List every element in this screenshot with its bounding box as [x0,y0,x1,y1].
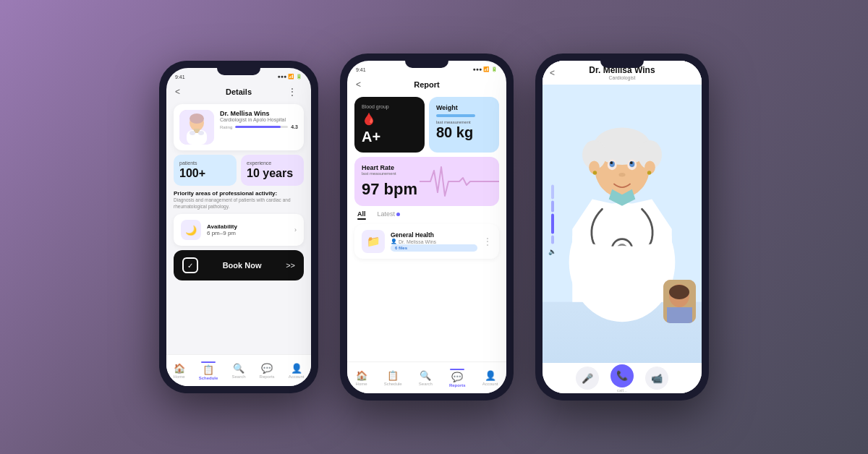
call-label: call... [617,388,627,393]
report-title: Report [370,80,483,89]
experience-label: experience [247,160,298,166]
svg-point-6 [198,131,204,135]
blood-group-card: Blood group 🩸 A+ [354,97,425,153]
patient-mini-video [663,280,696,323]
priority-section: Priority areas of professional activity:… [174,190,304,210]
weight-value: 80 kg [436,124,492,141]
heart-rate-card: Heart Rate last measurement 97 bpm [354,157,499,206]
nav-schedule-1[interactable]: 📋 Schedule [199,361,218,380]
rating-label: Rating [220,125,232,129]
availability-card[interactable]: 🌙 Availability 6 pm–9 pm › [174,214,304,246]
report-content: Blood group 🩸 A+ Weight last measurement… [347,93,506,361]
stats-row: patients 100+ experience 10 years [174,155,304,186]
doctor-spec: Cardiologist in Apolo Hospital [220,117,298,122]
phone-notch-2 [405,61,448,68]
doctor-info: Dr. Mellisa Wins Cardiologist in Apolo H… [220,110,298,129]
report-header: < Report [347,77,506,93]
patients-stat: patients 100+ [174,155,237,186]
health-metrics-grid: Blood group 🩸 A+ Weight last measurement… [354,97,499,206]
rating-bar [235,126,288,128]
volume-control[interactable]: 🔈 [548,185,556,255]
page-title: Details [190,87,288,96]
report-back-icon[interactable]: < [356,80,370,90]
call-back-icon[interactable]: < [550,68,564,78]
weight-card: Weight last measurement 80 kg [429,97,499,153]
phone-report: 9:41 ●●● 📶 🔋 < Report Blood group 🩸 A+ [340,53,514,401]
availability-arrow: › [294,226,297,234]
availability-icon: 🌙 [181,220,201,240]
check-icon: ✓ [182,257,198,273]
phone-notch-3 [600,61,644,68]
weight-title: Weight [436,104,492,111]
nav-search-1[interactable]: 🔍 Search [231,363,245,379]
svg-point-19 [630,161,633,164]
mic-control-wrap: 🎤 [576,367,599,390]
svg-rect-30 [667,307,692,323]
phone-video-call: 9:41 ●●● 📶 🔋 < Dr. Mellisa Wins Cardiolo… [535,53,709,401]
blood-group-label: Blood group [362,104,417,109]
svg-point-18 [610,161,613,164]
patient-photo [663,280,696,323]
avatar [179,110,214,145]
book-label: Book Now [198,261,286,270]
doctor-card: Dr. Mellisa Wins Cardiologist in Apolo H… [174,104,304,150]
details-header: < Details ⋮ [166,84,311,100]
details-content: Dr. Mellisa Wins Cardiologist in Apolo H… [166,100,311,354]
tab-all[interactable]: All [357,210,366,220]
nav-reports-2[interactable]: 💬 Reports [449,369,466,387]
call-button[interactable]: 📞 [610,364,634,387]
mic-button[interactable]: 🎤 [576,367,599,390]
call-control-wrap: 📞 call... [610,364,634,393]
nav-home-2[interactable]: 🏠 Home [356,370,367,386]
volume-icon: 🔈 [548,248,556,255]
svg-point-2 [190,113,204,124]
camera-control-wrap: 📹 [645,367,668,390]
report-file-icon: 📁 [362,230,385,253]
back-icon[interactable]: < [175,87,190,97]
call-doctor-spec: Cardiologist [564,75,680,80]
priority-title: Priority areas of professional activity: [174,190,304,197]
report-tabs: All Latest [354,210,499,220]
report-item-name: General Health [391,231,477,239]
patients-label: patients [179,160,231,166]
experience-stat: experience 10 years [241,155,304,186]
report-more-icon[interactable]: ⋮ [483,236,492,247]
availability-title: Availability [207,223,289,230]
svg-point-5 [190,131,195,135]
svg-point-23 [593,171,597,175]
book-arrows-icon: >> [286,261,295,270]
svg-point-24 [647,171,652,175]
video-screen: 🔈 [542,77,702,363]
experience-value: 10 years [247,167,298,180]
svg-point-20 [618,173,625,177]
menu-icon[interactable]: ⋮ [288,87,302,97]
nav-home-1[interactable]: 🏠 Home [174,363,185,379]
tab-latest[interactable]: Latest [378,210,401,220]
blood-drop-icon: 🩸 [362,112,417,126]
phone-notch-1 [217,68,260,75]
nav-account-2[interactable]: 👤 Account [482,370,498,386]
report-item-doctor: 👤 Dr. Melissa Wins [391,239,477,244]
bottom-nav-1: 🏠 Home 📋 Schedule 🔍 Search 💬 Reports 👤 A… [166,354,311,386]
bottom-nav-2: 🏠 Home 📋 Schedule 🔍 Search 💬 Reports 👤 A… [347,361,506,393]
nav-search-2[interactable]: 🔍 Search [419,370,433,386]
patients-value: 100+ [179,167,231,180]
tab-dot [396,213,400,216]
report-item-info: General Health 👤 Dr. Melissa Wins 6 file… [391,231,477,252]
nav-account-1[interactable]: 👤 Account [289,363,305,379]
phone-details: 9:41 ●●● 📶 🔋 < Details ⋮ [159,61,318,393]
blood-group-value: A+ [362,129,417,145]
report-files-badge: 6 files [391,244,477,252]
svg-point-29 [669,285,689,299]
camera-button[interactable]: 📹 [645,367,668,390]
report-item-general-health[interactable]: 📁 General Health 👤 Dr. Melissa Wins 6 fi… [354,224,499,259]
rating-value: 4.3 [291,124,298,129]
heartbeat-chart [420,163,499,200]
call-controls: 🎤 📞 call... 📹 [542,363,702,393]
nav-schedule-2[interactable]: 📋 Schedule [384,370,402,386]
nav-reports-1[interactable]: 💬 Reports [260,363,275,379]
book-now-button[interactable]: ✓ Book Now >> [174,250,304,280]
availability-time: 6 pm–9 pm [207,230,289,236]
doctor-name: Dr. Mellisa Wins [220,110,298,117]
weight-bar [436,114,475,117]
